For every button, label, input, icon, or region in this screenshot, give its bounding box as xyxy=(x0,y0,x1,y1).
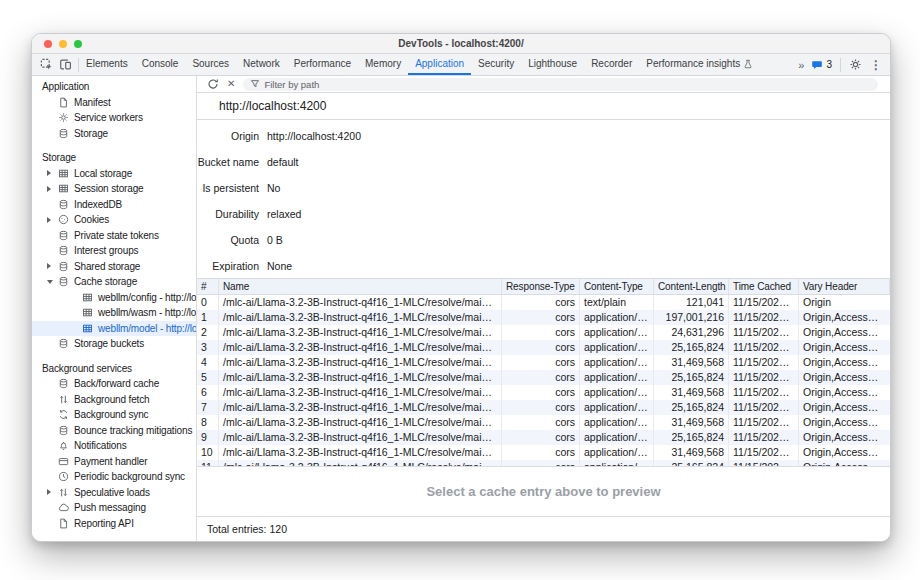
sidebar-item-webllm-config-http-loc[interactable]: webllm/config - http://loc… xyxy=(32,290,196,306)
column-header-content-length[interactable]: Content-Length xyxy=(654,279,729,294)
tab-performance-insights[interactable]: Performance insights xyxy=(639,54,760,75)
more-tabs-button[interactable]: » xyxy=(798,59,803,71)
table-cell: application/oc… xyxy=(580,370,654,385)
expander-right-icon[interactable] xyxy=(47,489,58,495)
column-header-time-cached[interactable]: Time Cached xyxy=(729,279,799,294)
sidebar-item-reporting-api[interactable]: Reporting API xyxy=(32,516,196,532)
expander-right-icon[interactable] xyxy=(47,186,58,192)
table-cell: 11/15/2024, 10… xyxy=(729,325,799,340)
sidebar-item-bounce-tracking-mitigations[interactable]: Bounce tracking mitigations xyxy=(32,423,196,439)
sidebar-item-manifest[interactable]: Manifest xyxy=(32,95,196,111)
tab-label: Elements xyxy=(86,58,128,69)
sidebar-item-label: Session storage xyxy=(74,183,143,194)
column-header-response-type[interactable]: Response-Type xyxy=(502,279,580,294)
sidebar-item-webllm-model-http-loc[interactable]: webllm/model - http://loc… xyxy=(32,321,196,337)
expander-right-icon[interactable] xyxy=(47,170,58,176)
filter-input[interactable]: Filter by path xyxy=(243,78,878,91)
panel-tabs: ElementsConsoleSourcesNetworkPerformance… xyxy=(79,54,760,75)
titlebar[interactable]: DevTools - localhost:4200/ xyxy=(32,34,890,54)
tab-performance[interactable]: Performance xyxy=(287,54,358,75)
column-header-name[interactable]: Name xyxy=(219,279,502,294)
tab-memory[interactable]: Memory xyxy=(358,54,408,75)
sidebar-item-private-state-tokens[interactable]: Private state tokens xyxy=(32,228,196,244)
column-header-content-type[interactable]: Content-Type xyxy=(580,279,654,294)
issues-counter[interactable]: 3 xyxy=(811,59,832,71)
table-cell: /mlc-ai/Llama-3.2-3B-Instruct-q4f16_1-ML… xyxy=(219,460,502,467)
sidebar-item-payment-handler[interactable]: Payment handler xyxy=(32,454,196,470)
table-row[interactable]: 6/mlc-ai/Llama-3.2-3B-Instruct-q4f16_1-M… xyxy=(197,385,890,400)
expander-right-icon[interactable] xyxy=(47,263,58,269)
sidebar-item-storage[interactable]: Storage xyxy=(32,126,196,142)
sidebar-item-session-storage[interactable]: Session storage xyxy=(32,181,196,197)
sidebar-item-periodic-background-sync[interactable]: Periodic background sync xyxy=(32,469,196,485)
table-cell: application/oc… xyxy=(580,310,654,325)
sidebar-item-label: Interest groups xyxy=(74,245,138,256)
expander-down-icon[interactable] xyxy=(47,280,58,284)
table-row[interactable]: 2/mlc-ai/Llama-3.2-3B-Instruct-q4f16_1-M… xyxy=(197,325,890,340)
settings-gear-icon[interactable] xyxy=(849,58,862,71)
sidebar-item-notifications[interactable]: Notifications xyxy=(32,438,196,454)
table-row[interactable]: 5/mlc-ai/Llama-3.2-3B-Instruct-q4f16_1-M… xyxy=(197,370,890,385)
more-options-icon[interactable]: ⋮ xyxy=(870,58,882,72)
tab-network[interactable]: Network xyxy=(236,54,287,75)
table-cell: cors xyxy=(502,325,580,340)
sidebar-item-service-workers[interactable]: Service workers xyxy=(32,110,196,126)
column-header-vary-header[interactable]: Vary Header xyxy=(799,279,890,294)
table-cell: Origin xyxy=(799,295,890,310)
grid-icon xyxy=(82,292,94,303)
metadata-row-expiration: ExpirationNone xyxy=(197,253,890,279)
inspect-element-icon[interactable] xyxy=(40,58,53,71)
table-row[interactable]: 0/mlc-ai/Llama-3.2-3B-Instruct-q4f16_1-M… xyxy=(197,295,890,310)
sidebar-item-indexeddb[interactable]: IndexedDB xyxy=(32,197,196,213)
table-row[interactable]: 4/mlc-ai/Llama-3.2-3B-Instruct-q4f16_1-M… xyxy=(197,355,890,370)
table-row[interactable]: 1/mlc-ai/Llama-3.2-3B-Instruct-q4f16_1-M… xyxy=(197,310,890,325)
sidebar-item-push-messaging[interactable]: Push messaging xyxy=(32,500,196,516)
tab-recorder[interactable]: Recorder xyxy=(584,54,639,75)
sidebar-item-label: webllm/model - http://loc… xyxy=(98,323,197,334)
sidebar-item-shared-storage[interactable]: Shared storage xyxy=(32,259,196,275)
sync-icon xyxy=(58,409,70,420)
sidebar-item-label: Notifications xyxy=(74,440,127,451)
device-toolbar-icon[interactable] xyxy=(59,58,72,71)
sidebar-item-background-sync[interactable]: Background sync xyxy=(32,407,196,423)
table-row[interactable]: 7/mlc-ai/Llama-3.2-3B-Instruct-q4f16_1-M… xyxy=(197,400,890,415)
sidebar-item-interest-groups[interactable]: Interest groups xyxy=(32,243,196,259)
tab-sources[interactable]: Sources xyxy=(185,54,236,75)
expander-right-icon[interactable] xyxy=(47,217,58,223)
table-cell: /mlc-ai/Llama-3.2-3B-Instruct-q4f16_1-ML… xyxy=(219,355,502,370)
tab-elements[interactable]: Elements xyxy=(79,54,135,75)
tab-console[interactable]: Console xyxy=(135,54,186,75)
metadata-row-durability: Durabilityrelaxed xyxy=(197,201,890,227)
close-icon[interactable]: ✕ xyxy=(227,79,235,89)
tab-label: Lighthouse xyxy=(528,58,577,69)
sidebar-item-cookies[interactable]: Cookies xyxy=(32,212,196,228)
tab-label: Sources xyxy=(192,58,229,69)
fetch-icon xyxy=(58,394,70,405)
sidebar-item-label: Private state tokens xyxy=(74,230,159,241)
sidebar-item-cache-storage[interactable]: Cache storage xyxy=(32,274,196,290)
sidebar-item-back-forward-cache[interactable]: Back/forward cache xyxy=(32,376,196,392)
database-icon xyxy=(58,276,70,287)
table-row[interactable]: 11/mlc-ai/Llama-3.2-3B-Instruct-q4f16_1-… xyxy=(197,460,890,467)
table-cell: 9 xyxy=(197,430,219,445)
table-row[interactable]: 10/mlc-ai/Llama-3.2-3B-Instruct-q4f16_1-… xyxy=(197,445,890,460)
table-cell: application/oc… xyxy=(580,430,654,445)
cache-origin-title: http://localhost:4200 xyxy=(197,93,890,120)
tab-lighthouse[interactable]: Lighthouse xyxy=(521,54,584,75)
refresh-icon[interactable] xyxy=(207,78,219,90)
sidebar-item-speculative-loads[interactable]: Speculative loads xyxy=(32,485,196,501)
table-row[interactable]: 3/mlc-ai/Llama-3.2-3B-Instruct-q4f16_1-M… xyxy=(197,340,890,355)
column-header-[interactable]: # xyxy=(197,279,219,294)
sidebar-item-background-fetch[interactable]: Background fetch xyxy=(32,392,196,408)
table-row[interactable]: 8/mlc-ai/Llama-3.2-3B-Instruct-q4f16_1-M… xyxy=(197,415,890,430)
metadata-label: Expiration xyxy=(197,260,259,272)
tab-security[interactable]: Security xyxy=(471,54,521,75)
table-row[interactable]: 9/mlc-ai/Llama-3.2-3B-Instruct-q4f16_1-M… xyxy=(197,430,890,445)
table-cell: 10 xyxy=(197,445,219,460)
sidebar-item-local-storage[interactable]: Local storage xyxy=(32,166,196,182)
sidebar-item-storage-buckets[interactable]: Storage buckets xyxy=(32,336,196,352)
tab-application[interactable]: Application xyxy=(408,54,471,75)
table-cell: 4 xyxy=(197,355,219,370)
sidebar-item-webllm-wasm-http-loca[interactable]: webllm/wasm - http://loca… xyxy=(32,305,196,321)
sidebar-section-application: Application xyxy=(32,79,196,95)
